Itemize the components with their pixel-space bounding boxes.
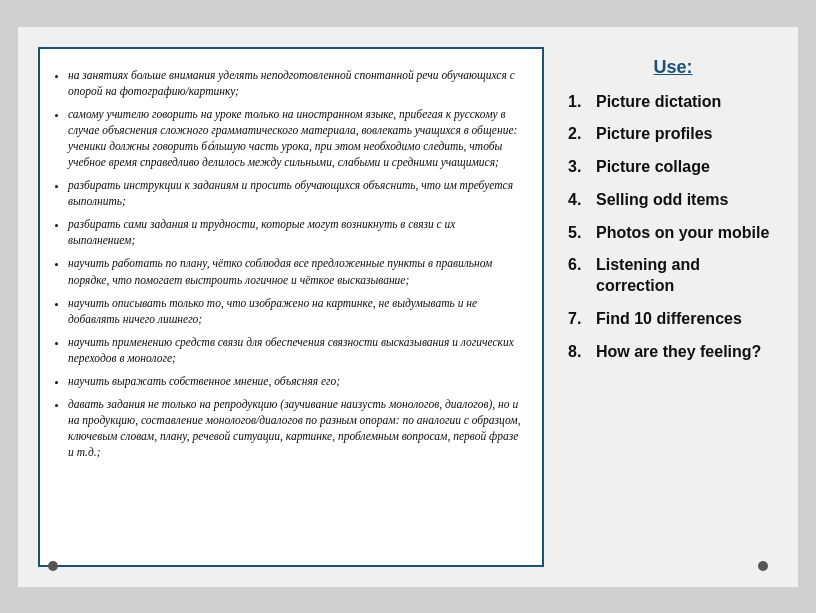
item-label: Picture collage — [596, 157, 778, 178]
list-item: разбирать сами задания и трудности, кото… — [68, 216, 524, 248]
list-item: 8.How are they feeling? — [568, 342, 778, 363]
list-item: научить применению средств связи для обе… — [68, 334, 524, 366]
item-number: 7. — [568, 309, 596, 330]
item-number: 2. — [568, 124, 596, 145]
item-label: Find 10 differences — [596, 309, 778, 330]
list-item: самому учителю говорить на уроке только … — [68, 106, 524, 170]
list-item: на занятиях больше внимания уделять непо… — [68, 67, 524, 99]
item-label: Picture dictation — [596, 92, 778, 113]
list-item: 5.Photos on your mobile — [568, 223, 778, 244]
item-number: 5. — [568, 223, 596, 244]
item-label: Photos on your mobile — [596, 223, 778, 244]
list-item: 3.Picture collage — [568, 157, 778, 178]
list-item: 4.Selling odd items — [568, 190, 778, 211]
list-item: 2.Picture profiles — [568, 124, 778, 145]
list-item: разбирать инструкции к заданиям и просит… — [68, 177, 524, 209]
dot-left — [48, 561, 58, 571]
left-list: на занятиях больше внимания уделять непо… — [50, 67, 524, 461]
list-item: научить работать по плану, чётко соблюда… — [68, 255, 524, 287]
use-list: 1.Picture dictation2.Picture profiles3.P… — [568, 92, 778, 375]
list-item: научить описывать только то, что изображ… — [68, 295, 524, 327]
list-item: давать задания не только на репродукцию … — [68, 396, 524, 460]
item-number: 1. — [568, 92, 596, 113]
list-item: 7.Find 10 differences — [568, 309, 778, 330]
list-item: 1.Picture dictation — [568, 92, 778, 113]
list-item: 6.Listening and correction — [568, 255, 778, 297]
item-number: 8. — [568, 342, 596, 363]
item-label: Picture profiles — [596, 124, 778, 145]
item-label: Selling odd items — [596, 190, 778, 211]
use-title: Use: — [653, 57, 692, 78]
right-panel: Use: 1.Picture dictation2.Picture profil… — [568, 47, 778, 375]
item-label: How are they feeling? — [596, 342, 778, 363]
item-number: 3. — [568, 157, 596, 178]
dot-right — [758, 561, 768, 571]
left-panel: на занятиях больше внимания уделять непо… — [38, 47, 544, 567]
item-label: Listening and correction — [596, 255, 778, 297]
item-number: 6. — [568, 255, 596, 276]
list-item: научить выражать собственное мнение, объ… — [68, 373, 524, 389]
slide: на занятиях больше внимания уделять непо… — [18, 27, 798, 587]
item-number: 4. — [568, 190, 596, 211]
